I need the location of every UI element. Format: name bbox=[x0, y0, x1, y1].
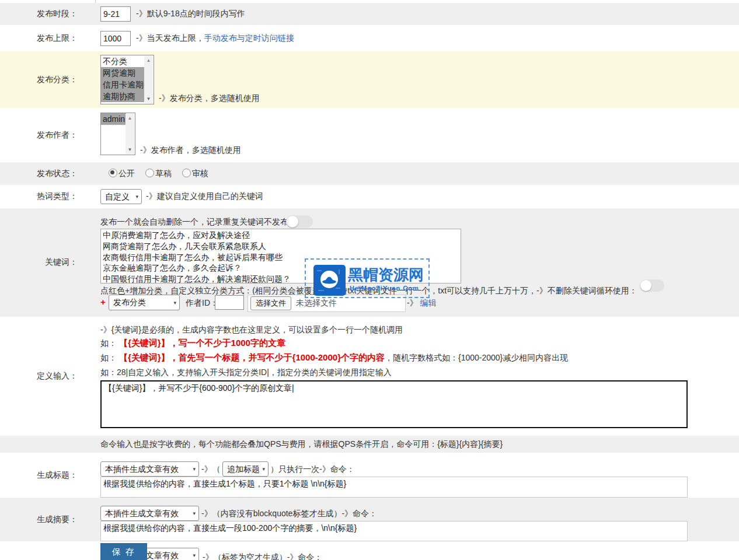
append-title-select[interactable]: 追加标题 ▾ bbox=[222, 461, 269, 477]
watermark-title: 黑帽资源网 bbox=[348, 265, 424, 285]
publish-author-hint: -》发布作者，多选随机使用 bbox=[140, 144, 241, 156]
auto-delete-toggle[interactable] bbox=[286, 215, 313, 228]
edit-arrow: -》 bbox=[407, 298, 418, 307]
gen-tag-mid: -》（标签为空才生成）-》命令： bbox=[203, 551, 322, 560]
listbox-option-selected[interactable]: 网贷逾期 bbox=[101, 67, 145, 79]
example-rest-text: ，随机字数格式如：{1000-2000}减少相同内容出现 bbox=[385, 353, 568, 362]
row-publish-category: 发布分类： 不分类 网贷逾期 信用卡逾期 逾期协商 ▲ ▼ -》发布分类，多选随… bbox=[0, 51, 739, 108]
listbox-option-selected[interactable]: 信用卡逾期 bbox=[101, 79, 145, 90]
toggle-knob bbox=[287, 216, 298, 228]
gen-abstract-command-box[interactable]: 根据我提供给你的内容，直接生成一段100-200个字的摘要，\n\n{标题} bbox=[100, 521, 688, 541]
radio-draft-label: 草稿 bbox=[155, 169, 172, 178]
manual-publish-link[interactable]: 手动发布与定时访问链接 bbox=[204, 33, 294, 43]
publish-author-label: 发布作者： bbox=[0, 130, 78, 141]
row-hotword-type: 热词类型： 自定义 ▾ -》建议自定义使用自己的关键词 bbox=[0, 185, 739, 208]
keyword-category-select[interactable]: 发布分类 ▾ bbox=[109, 295, 180, 310]
author-id-input[interactable] bbox=[215, 295, 244, 310]
edit-link[interactable]: 编辑 bbox=[420, 298, 437, 307]
row-bottom-partial: 本插件生成文章有效 ▾ 保 存 -》（标签为空才生成）-》命令： bbox=[0, 541, 739, 560]
publish-category-listbox[interactable]: 不分类 网贷逾期 信用卡逾期 逾期协商 ▲ ▼ bbox=[100, 55, 154, 104]
define-input-textarea[interactable]: 【{关键词}】，并写不少于{600-900}个字的原创文章| bbox=[100, 380, 688, 428]
listbox-option-selected[interactable]: admin bbox=[101, 113, 126, 125]
row-publish-author: 发布作者： admin ▲ ▼ -》发布作者，多选随机使用 bbox=[0, 108, 739, 162]
gen-abstract-mid: -》（内容没有blockquote标签才生成）-》命令： bbox=[201, 508, 377, 519]
keyword-loop-toggle[interactable] bbox=[640, 279, 664, 292]
blackhat-logo-icon bbox=[313, 265, 346, 298]
chevron-down-icon: ▾ bbox=[135, 190, 138, 204]
gen-title-mid1: -》（ bbox=[201, 463, 221, 475]
publish-category-label: 发布分类： bbox=[0, 75, 78, 85]
listbox-scrollbar[interactable]: ▲ ▼ bbox=[126, 114, 134, 154]
define-input-label: 定义输入： bbox=[0, 371, 78, 382]
gen-abstract-mode-select[interactable]: 本插件生成文章有效 ▾ bbox=[100, 506, 199, 521]
gen-title-mode-value: 本插件生成文章有效 bbox=[105, 464, 179, 474]
row-gen-title: 生成标题： 本插件生成文章有效 ▾ -》（ 追加标题 ▾ ）只执行一次-》命令：… bbox=[0, 453, 739, 498]
row-command-note: 命令输入也是按字收费的，每个功能都会叠加QPS与费用，请根据QPS条件开启，命令… bbox=[0, 436, 739, 453]
chevron-down-icon: ▾ bbox=[262, 462, 265, 476]
define-input-line4: 如：28|自定义输入，支持输入开头指定分类ID|，指定分类的关键词使用指定输入 bbox=[100, 366, 392, 378]
publish-category-hint: -》发布分类，多选随机使用 bbox=[159, 92, 260, 104]
edit-area: -》 编辑 bbox=[407, 297, 437, 309]
listbox-option-selected[interactable]: 逾期协商 bbox=[101, 90, 145, 102]
radio-public-label: 公开 bbox=[118, 169, 135, 178]
scroll-down-icon[interactable]: ▼ bbox=[144, 94, 153, 103]
add-category-plus[interactable]: + bbox=[100, 296, 106, 308]
keywords-label: 关键词： bbox=[0, 257, 78, 268]
radio-draft[interactable] bbox=[145, 169, 154, 177]
define-input-line3: 如： 【{关键词}】，首先写一个标题，并写不少于{1000-2000}个字的内容… bbox=[100, 352, 568, 363]
keyword-category-value: 发布分类 bbox=[113, 298, 146, 307]
row-define-input: 定义输入： -》{关键词}是必须的，生成内容字数也在这里定义，可以设置多个一行一… bbox=[0, 317, 739, 436]
hotword-type-hint: -》建议自定义使用自己的关键词 bbox=[146, 191, 263, 202]
listbox-option[interactable]: 不分类 bbox=[101, 55, 145, 67]
save-button[interactable]: 保 存 bbox=[100, 543, 147, 560]
example-red-text: 【{关键词}】，写一个不少于1000字的文章 bbox=[119, 338, 285, 348]
chevron-down-icon: ▾ bbox=[193, 506, 196, 520]
gen-title-label: 生成标题： bbox=[0, 470, 78, 481]
hotword-type-select[interactable]: 自定义 ▾ bbox=[100, 189, 142, 204]
row-publish-status: 发布状态： 公开 草稿 审核 bbox=[0, 162, 739, 185]
example-prefix: 如： bbox=[100, 353, 117, 362]
row-gen-abstract: 生成摘要： 本插件生成文章有效 ▾ -》（内容没有blockquote标签才生成… bbox=[0, 498, 739, 541]
listbox-scrollbar[interactable]: ▲ ▼ bbox=[144, 56, 153, 103]
radio-review-label: 审核 bbox=[192, 169, 208, 178]
auto-delete-text: 发布一个就会自动删除一个，记录重复关键词不发布-》 bbox=[100, 216, 299, 228]
publish-status-label: 发布状态： bbox=[0, 169, 78, 179]
choose-file-button[interactable]: 选择文件 bbox=[250, 296, 291, 310]
publish-limit-input[interactable] bbox=[100, 31, 131, 46]
radio-review[interactable] bbox=[182, 169, 191, 177]
publish-limit-hint-text: -》当天发布上限， bbox=[136, 33, 204, 43]
hotword-type-value: 自定义 bbox=[105, 192, 130, 201]
plugin-settings-page: 发布时段： -》默认9-18点的时间段内写作 发布上限： -》当天发布上限，手动… bbox=[0, 0, 739, 560]
chevron-down-icon: ▾ bbox=[193, 548, 196, 560]
gen-title-mode-select[interactable]: 本插件生成文章有效 ▾ bbox=[100, 461, 199, 477]
watermark: 黑帽资源网 HeiMaoZiYuan.Com bbox=[305, 258, 430, 298]
example-red-text: 【{关键词}】，首先写一个标题，并写不少于{1000-2000}个字的内容 bbox=[119, 352, 385, 362]
toggle-knob bbox=[640, 280, 651, 291]
publish-limit-hint: -》当天发布上限，手动发布与定时访问链接 bbox=[136, 33, 294, 44]
gen-abstract-mode-value: 本插件生成文章有效 bbox=[105, 509, 179, 518]
append-title-value: 追加标题 bbox=[227, 464, 260, 474]
scroll-up-icon[interactable]: ▲ bbox=[126, 114, 134, 123]
publish-time-input[interactable] bbox=[100, 6, 131, 22]
define-input-line1: -》{关键词}是必须的，生成内容字数也在这里定义，可以设置多个一行一个随机调用 bbox=[100, 324, 403, 335]
publish-limit-label: 发布上限： bbox=[0, 33, 78, 44]
hotword-type-label: 热词类型： bbox=[0, 191, 78, 202]
gen-abstract-label: 生成摘要： bbox=[0, 514, 78, 525]
publish-time-hint: -》默认9-18点的时间段内写作 bbox=[136, 9, 245, 19]
define-input-line2: 如： 【{关键词}】，写一个不少于1000字的文章 bbox=[100, 337, 285, 349]
publish-time-label: 发布时段： bbox=[0, 9, 78, 19]
row-publish-limit: 发布上限： -》当天发布上限，手动发布与定时访问链接 bbox=[0, 25, 739, 51]
author-id-label: 作者ID： bbox=[186, 297, 218, 309]
gen-title-command-box[interactable]: 根据我提供给你的内容，直接生成1个标题，只要1个标题 \n\n{标题} bbox=[100, 477, 688, 498]
file-status-text: 未选择文件 bbox=[296, 298, 337, 309]
example-prefix: 如： bbox=[100, 338, 117, 348]
publish-author-listbox[interactable]: admin ▲ ▼ bbox=[100, 113, 135, 155]
radio-public[interactable] bbox=[109, 169, 117, 177]
scroll-up-icon[interactable]: ▲ bbox=[144, 56, 153, 65]
chevron-down-icon: ▾ bbox=[193, 462, 196, 476]
publish-status-radios: 公开 草稿 审核 bbox=[109, 169, 217, 179]
scroll-down-icon[interactable]: ▼ bbox=[126, 145, 134, 154]
command-note-text: 命令输入也是按字收费的，每个功能都会叠加QPS与费用，请根据QPS条件开启，命令… bbox=[100, 439, 503, 450]
watermark-subtitle: HeiMaoZiYuan.Com bbox=[350, 285, 419, 292]
chevron-down-icon: ▾ bbox=[173, 295, 176, 310]
